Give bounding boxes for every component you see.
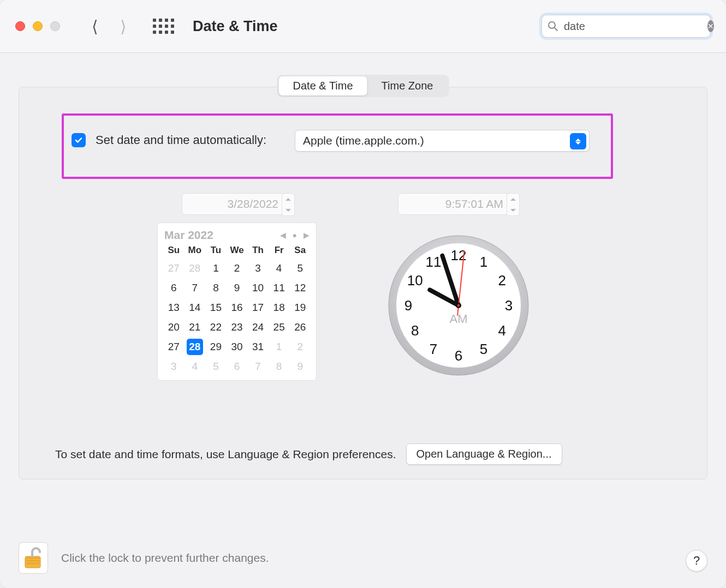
calendar-dow: Sa (289, 245, 311, 257)
calendar-nav: ◀ ● ▶ (280, 231, 310, 239)
clock-numeral: 3 (505, 297, 513, 314)
calendar-day: 7 (247, 358, 269, 375)
calendar-day: 28 (187, 339, 203, 355)
zoom-window-button[interactable] (50, 21, 60, 31)
calendar-next-button: ▶ (304, 231, 310, 239)
calendar-day: 4 (269, 260, 290, 277)
calendar-day: 24 (247, 319, 269, 335)
clock-numeral: 5 (480, 341, 487, 357)
nav-buttons: ⟨ ⟩ (92, 17, 127, 36)
clock-numeral: 1 (480, 254, 487, 270)
calendar-day: 12 (289, 280, 311, 296)
calendar-dow: Mo (185, 245, 206, 257)
calendar-day: 20 (163, 319, 185, 335)
calendar-day: 27 (163, 260, 185, 277)
clock-numeral: 4 (498, 322, 505, 339)
clear-search-button[interactable]: ✕ (707, 20, 714, 32)
time-server-value: Apple (time.apple.com.) (303, 134, 424, 147)
tab-time-zone[interactable]: Time Zone (367, 76, 448, 95)
clock-numeral: 10 (407, 272, 423, 289)
svg-rect-9 (26, 557, 39, 559)
clock-numeral: 6 (455, 347, 462, 364)
checkmark-icon (74, 136, 83, 145)
calendar-day: 9 (227, 280, 248, 296)
clock-ampm: AM (450, 312, 468, 326)
close-window-button[interactable] (15, 21, 25, 31)
calendar-widget: Mar 2022 ◀ ● ▶ SuMoTuWeThFrSa27281234567… (157, 223, 317, 381)
calendar-day: 4 (185, 358, 206, 375)
clock-numeral: 2 (498, 272, 505, 289)
lock-hint: Click the lock to prevent further change… (61, 551, 269, 565)
calendar-dow: Su (163, 245, 185, 257)
clock-numeral: 11 (426, 254, 442, 270)
clock-svg: 121234567891011 AM (386, 233, 531, 377)
calendar-day: 7 (185, 280, 206, 296)
unlocked-padlock-icon (23, 547, 43, 569)
clock-numeral: 8 (411, 322, 419, 339)
system-prefs-window: ⟨ ⟩ Date & Time ✕ Date & Time Time Zone (0, 0, 726, 588)
format-row: To set date and time formats, use Langua… (55, 443, 562, 465)
date-time-panel: Set date and time automatically: Apple (… (19, 87, 707, 479)
calendar-day: 14 (185, 299, 206, 316)
search-input[interactable] (564, 20, 702, 33)
calendar-day: 5 (205, 358, 227, 375)
time-stepper-field: 9:57:01 AM (398, 193, 519, 215)
calendar-dow: Tu (205, 245, 227, 257)
calendar-day: 3 (163, 358, 185, 375)
analog-clock: 121234567891011 AM (386, 233, 531, 377)
calendar-day: 1 (269, 339, 290, 355)
calendar-day: 23 (227, 319, 248, 335)
calendar-day: 13 (163, 299, 185, 316)
help-button[interactable]: ? (686, 550, 707, 572)
date-value: 3/28/2022 (228, 197, 278, 211)
minimize-window-button[interactable] (33, 21, 43, 31)
calendar-day: 1 (205, 260, 227, 277)
calendar-day: 2 (227, 260, 248, 277)
svg-rect-11 (26, 563, 39, 565)
time-value: 9:57:01 AM (445, 197, 503, 211)
date-stepper-field: 3/28/2022 (182, 193, 294, 215)
calendar-day: 6 (227, 358, 248, 375)
svg-point-0 (549, 22, 555, 28)
calendar-day: 17 (247, 299, 269, 316)
show-all-prefs-button[interactable] (153, 19, 174, 34)
back-button[interactable]: ⟨ (92, 17, 98, 36)
calendar-day: 28 (185, 260, 206, 277)
auto-date-time-checkbox[interactable] (72, 133, 86, 147)
calendar-header: Mar 2022 ◀ ● ▶ (163, 227, 311, 245)
calendar-dow: We (227, 245, 248, 257)
clock-numeral: 7 (430, 341, 437, 357)
lock-row: Click the lock to prevent further change… (19, 542, 269, 574)
calendar-day: 19 (289, 299, 311, 316)
calendar-day: 30 (227, 339, 248, 355)
tab-bar: Date & Time Time Zone (277, 75, 449, 97)
window-title: Date & Time (193, 18, 278, 35)
svg-line-1 (555, 28, 557, 31)
calendar-day: 10 (247, 280, 269, 296)
calendar-day: 25 (269, 319, 290, 335)
calendar-day: 5 (289, 260, 311, 277)
calendar-grid: SuMoTuWeThFrSa27281234567891011121314151… (163, 245, 311, 375)
calendar-title: Mar 2022 (164, 229, 213, 242)
content-area: Date & Time Time Zone Set date and time … (0, 53, 726, 479)
format-hint: To set date and time formats, use Langua… (55, 448, 396, 461)
svg-point-8 (457, 304, 460, 307)
time-stepper (507, 193, 520, 216)
open-language-region-button[interactable]: Open Language & Region... (406, 443, 562, 465)
lock-button[interactable] (19, 542, 48, 574)
search-field[interactable]: ✕ (541, 15, 711, 38)
calendar-day: 6 (163, 280, 185, 296)
date-stepper (282, 193, 295, 216)
calendar-today-button: ● (293, 231, 297, 239)
clock-numeral: 9 (404, 297, 412, 314)
calendar-day: 22 (205, 319, 227, 335)
tab-date-time[interactable]: Date & Time (279, 76, 367, 95)
calendar-day: 15 (205, 299, 227, 316)
auto-date-time-row: Set date and time automatically: (72, 133, 266, 147)
calendar-prev-button: ◀ (280, 231, 286, 239)
auto-date-time-label: Set date and time automatically: (96, 133, 266, 147)
calendar-day: 27 (163, 339, 185, 355)
calendar-day: 18 (269, 299, 290, 316)
calendar-day: 9 (289, 358, 311, 375)
time-server-combo[interactable]: Apple (time.apple.com.) (295, 130, 590, 152)
